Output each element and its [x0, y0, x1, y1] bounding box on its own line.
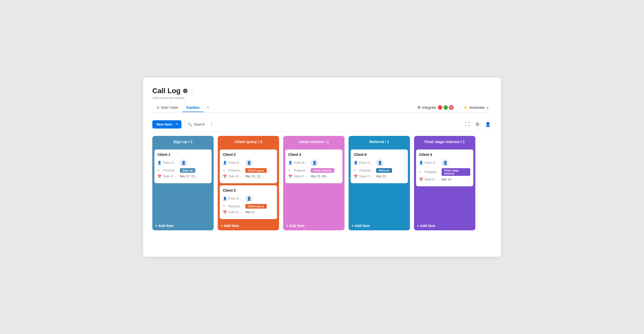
card-client2-purpose: ≡ Purpose... Client query — [223, 168, 274, 173]
point-label2: Point of... — [228, 161, 244, 165]
board-title-row: Call Log i ☆ — [152, 87, 492, 95]
tab-main-table-label: Main Table — [161, 105, 178, 110]
card-client1-title: Client 1 — [157, 153, 209, 157]
purpose-badge3[interactable]: Initial interest — [311, 168, 334, 173]
tabs-left: ⊞ Main Table Kanban + — [152, 103, 212, 112]
card-client5-title: Client 5 — [223, 188, 274, 192]
card-client1-point: 👤 Point of... 👤 — [157, 159, 209, 166]
column-signup-cards: Client 1 👤 Point of... 👤 ≡ Purpose... Si… — [152, 147, 214, 221]
toolbar-row: New Item ▾ 🔍 Search ( ⛶ ⚙ 👤 — [152, 117, 492, 132]
column-initial-interest-cards: Client 3 👤 Point of... 👤 ≡ Purpose... In… — [283, 147, 344, 221]
card-client5-date: 📅 Date of ... Mar 21 — [223, 210, 274, 214]
calendar-field-icon6: 📅 — [354, 175, 358, 178]
calendar-field-icon2: 📅 — [223, 175, 227, 178]
avatar-placeholder2: 👤 — [245, 159, 252, 166]
star-icon[interactable]: ☆ — [190, 88, 194, 94]
point-label5: Point of... — [228, 197, 244, 200]
card-client4[interactable]: Client 4 👤 Point of... 👤 ≡ Purpose... Fi… — [416, 149, 473, 186]
card-client1-date: 📅 Date of ... Mar 17, 11:... — [157, 175, 209, 178]
point-label6: Point of... — [359, 161, 375, 165]
card-client6[interactable]: Client 6 👤 Point of... 👤 ≡ Purpose... Re… — [351, 149, 408, 183]
point-label4: Point of... — [425, 161, 440, 165]
toolbar-left: New Item ▾ 🔍 Search ( — [152, 120, 212, 128]
tab-main-table[interactable]: ⊞ Main Table — [152, 103, 182, 112]
add-item-client-query[interactable]: + Add Item — [218, 221, 279, 230]
card-client4-date: 📅 Date of ... Mar 14 — [419, 178, 470, 181]
card-client2-point: 👤 Point of... 👤 — [223, 159, 274, 166]
person-icon-button[interactable]: 👤 — [484, 121, 492, 128]
date-value4: Mar 14 — [442, 178, 451, 181]
add-item-initial-interest-label: + Add Item — [286, 224, 304, 228]
card-client6-date: 📅 Date of ... Mar 23 — [354, 175, 405, 178]
purpose-label5: Purpose... — [228, 204, 244, 208]
card-client4-purpose: ≡ Purpose... Final stage interest — [419, 168, 470, 176]
date-label4: Date of ... — [425, 178, 440, 181]
new-item-button[interactable]: New Item ▾ — [152, 120, 181, 128]
card-client4-point: 👤 Point of... 👤 — [419, 159, 470, 166]
card-client3-purpose: ≡ Purpose... Initial interest — [288, 168, 339, 173]
add-item-referral[interactable]: + Add Item — [349, 221, 410, 230]
column-referral: Referral / 1 Client 6 👤 Point of... 👤 ≡ … — [349, 136, 410, 230]
column-signup-header: Sign up / 1 — [152, 136, 214, 147]
kanban-board: Sign up / 1 Client 1 👤 Point of... 👤 ≡ P… — [152, 136, 492, 233]
int-icon-green: + — [443, 105, 448, 110]
purpose-label4: Purpose... — [425, 170, 440, 174]
column-client-query-header: Client query / 2 — [218, 136, 279, 147]
add-item-final-stage[interactable]: + Add Item — [414, 221, 475, 230]
card-client6-title: Client 6 — [354, 153, 405, 157]
integrate-label: Integrate — [422, 105, 436, 110]
card-client1[interactable]: Client 1 👤 Point of... 👤 ≡ Purpose... Si… — [154, 149, 212, 183]
search-icon: 🔍 — [188, 122, 192, 126]
integration-icons: ● + M — [438, 105, 454, 110]
automate-label: Automate — [469, 105, 485, 110]
column-final-stage-cards: Client 4 👤 Point of... 👤 ≡ Purpose... Fi… — [414, 147, 475, 221]
card-client2-title: Client 2 — [223, 153, 274, 157]
board-title: Call Log — [152, 87, 180, 95]
date-value5: Mar 21 — [245, 210, 255, 214]
new-item-chevron-icon[interactable]: ▾ — [174, 123, 178, 126]
automate-button[interactable]: ⚡ Automate ▲ — [460, 104, 492, 111]
card-client2-date: 📅 Date of ... Mar 16, 12:... — [223, 175, 274, 178]
tabs-right: ⚙ Integrate ● + M ⚡ Automate ▲ — [415, 104, 492, 111]
purpose-badge4[interactable]: Final stage interest — [442, 168, 470, 176]
purpose-label2: Purpose... — [228, 169, 244, 172]
date-value6: Mar 23 — [376, 175, 386, 178]
card-client3[interactable]: Client 3 👤 Point of... 👤 ≡ Purpose... In… — [285, 149, 342, 183]
card-client5-point: 👤 Point of... 👤 — [223, 195, 274, 202]
calendar-field-icon3: 📅 — [288, 175, 292, 178]
toolbar-right: ⛶ ⚙ 👤 — [464, 121, 492, 128]
list-field-icon: ≡ — [157, 168, 162, 172]
purpose-badge6[interactable]: Referral — [376, 168, 392, 173]
column-final-stage: Final stage interest / 1 Client 4 👤 Poin… — [414, 136, 475, 230]
header-area: Call Log i ☆ Add board description ⊞ Mai… — [152, 87, 492, 113]
search-button[interactable]: 🔍 Search — [184, 121, 208, 128]
add-item-signup-label: + Add Item — [155, 224, 174, 228]
tabs-row: ⊞ Main Table Kanban + ⚙ Integrate ● + M — [152, 103, 492, 113]
card-client5[interactable]: Client 5 👤 Point of... 👤 ≡ Purpose... Cl… — [220, 185, 277, 219]
purpose-badge2[interactable]: Client query — [245, 168, 267, 173]
column-referral-header: Referral / 1 — [349, 136, 410, 147]
calendar-field-icon4: 📅 — [419, 178, 423, 181]
purpose-label3: Purpose... — [294, 169, 309, 172]
settings-button[interactable]: ⚙ — [474, 121, 480, 128]
column-client-query: Client query / 2 Client 2 👤 Point of... … — [218, 136, 279, 230]
search-label: Search — [193, 122, 205, 126]
integrate-button[interactable]: ⚙ Integrate ● + M — [415, 104, 456, 111]
date-label: Date of ... — [163, 175, 178, 178]
int-icon-red: ● — [438, 105, 442, 110]
calendar-field-icon5: 📅 — [223, 210, 227, 214]
card-client3-date: 📅 Date of ... Mar 25, 09:... — [288, 175, 339, 178]
new-item-label: New Item — [156, 122, 174, 126]
tab-kanban[interactable]: Kanban — [182, 103, 203, 112]
fullscreen-button[interactable]: ⛶ — [464, 121, 471, 128]
add-item-signup[interactable]: + Add Item — [152, 221, 214, 230]
add-item-initial-interest[interactable]: + Add Item — [283, 221, 344, 230]
card-client2[interactable]: Client 2 👤 Point of... 👤 ≡ Purpose... Cl… — [220, 149, 277, 183]
info-icon[interactable]: i — [183, 89, 188, 93]
tab-add-button[interactable]: + — [204, 103, 213, 112]
purpose-badge[interactable]: Sign up — [180, 168, 195, 173]
app-container: Call Log i ☆ Add board description ⊞ Mai… — [143, 78, 501, 257]
purpose-badge5[interactable]: Client query — [245, 204, 267, 209]
board-description[interactable]: Add board description — [152, 96, 492, 100]
purpose-label: Purpose... — [163, 169, 178, 172]
